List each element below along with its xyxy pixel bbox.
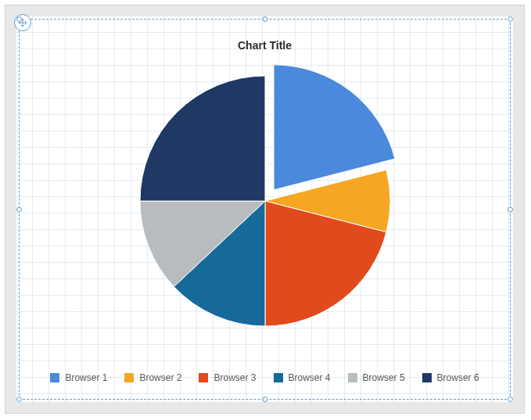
legend-swatch [124, 373, 134, 382]
resize-handle-right[interactable] [508, 206, 513, 212]
legend-item-4[interactable]: Browser 4 [274, 372, 331, 383]
legend-label: Browser 2 [139, 372, 181, 383]
resize-handle-top-left[interactable] [16, 16, 22, 22]
resize-handle-bottom-right[interactable] [508, 397, 513, 402]
pie-slice-6[interactable] [139, 76, 264, 201]
chart-title[interactable]: Chart Title [16, 39, 513, 52]
resize-handle-bottom[interactable] [262, 397, 267, 402]
resize-handle-top-right[interactable] [508, 16, 513, 22]
resize-handle-left[interactable] [16, 206, 22, 212]
legend-swatch [274, 373, 283, 382]
legend-swatch [422, 373, 432, 382]
legend-label: Browser 5 [363, 372, 405, 383]
legend-item-5[interactable]: Browser 5 [348, 372, 405, 383]
legend-swatch [50, 373, 59, 382]
legend-item-2[interactable]: Browser 2 [124, 372, 181, 383]
legend-swatch [199, 373, 208, 382]
legend-item-6[interactable]: Browser 6 [422, 372, 479, 383]
chart-surface[interactable]: Chart Title Browser 1Browser 2Browser 3B… [16, 16, 513, 402]
legend-swatch [348, 373, 357, 382]
legend-label: Browser 3 [213, 372, 256, 383]
resize-handle-bottom-left[interactable] [16, 397, 22, 402]
legend-label: Browser 4 [289, 372, 331, 383]
legend-label: Browser 1 [65, 372, 107, 383]
legend-item-1[interactable]: Browser 1 [50, 372, 107, 383]
resize-handle-top[interactable] [262, 16, 267, 22]
pie-chart[interactable] [124, 60, 406, 342]
legend-item-3[interactable]: Browser 3 [199, 372, 256, 383]
chart-legend[interactable]: Browser 1Browser 2Browser 3Browser 4Brow… [16, 372, 513, 383]
legend-label: Browser 6 [437, 372, 479, 383]
pie-slice-1[interactable] [274, 65, 395, 190]
chart-designer-frame: Chart Title Browser 1Browser 2Browser 3B… [5, 5, 525, 414]
